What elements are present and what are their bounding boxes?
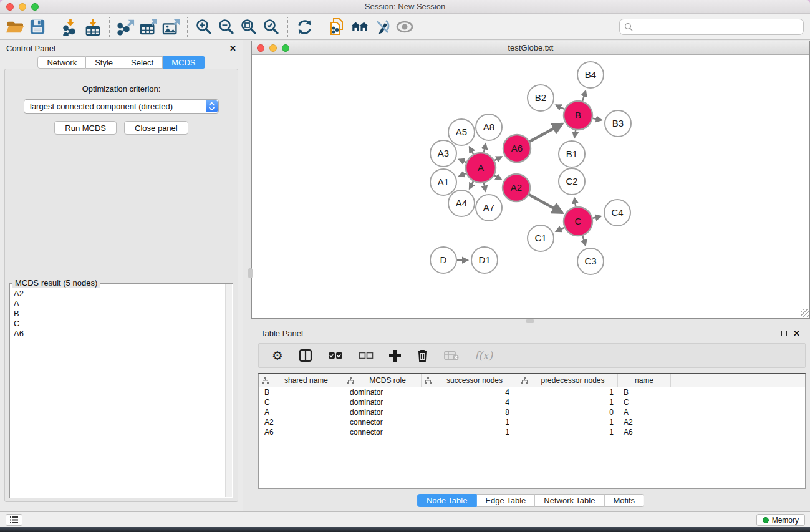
search-input[interactable] — [619, 19, 804, 35]
graph-node-A6[interactable]: A6 — [503, 135, 531, 162]
network-from-selection-button[interactable] — [326, 17, 349, 37]
graph-node-A[interactable]: A — [466, 153, 496, 183]
graph-edge[interactable] — [592, 216, 600, 218]
table-cell[interactable]: connector — [344, 428, 422, 437]
result-scrollbar[interactable] — [225, 284, 232, 497]
graph-edge[interactable] — [484, 183, 486, 191]
graph-node-D1[interactable]: D1 — [471, 247, 498, 273]
tab-mcds[interactable]: MCDS — [163, 56, 205, 69]
table-cell[interactable]: 1 — [518, 388, 618, 397]
tab-style[interactable]: Style — [86, 56, 122, 69]
horizontal-scrollbar-thumb[interactable] — [526, 319, 534, 323]
graph-node-C[interactable]: C — [564, 207, 592, 236]
mcds-result-item[interactable]: C — [14, 319, 225, 329]
graph-node-A5[interactable]: A5 — [448, 119, 475, 145]
select-all-button[interactable] — [328, 352, 343, 359]
table-cell[interactable]: dominator — [344, 388, 422, 397]
save-session-button[interactable] — [26, 17, 49, 37]
table-cell[interactable]: 1 — [518, 428, 618, 437]
tab-motifs[interactable]: Motifs — [604, 494, 644, 507]
close-panel-action-button[interactable]: Close panel — [124, 121, 188, 135]
delete-table-button[interactable] — [444, 351, 459, 360]
graph-node-B4[interactable]: B4 — [577, 62, 604, 88]
run-mcds-button[interactable]: Run MCDS — [54, 121, 117, 135]
delete-column-button[interactable] — [417, 349, 428, 362]
graph-node-B1[interactable]: B1 — [559, 141, 585, 167]
table-row[interactable]: Adominator80A — [259, 407, 805, 417]
table-cell[interactable]: dominator — [344, 398, 422, 407]
graph-node-D[interactable]: D — [430, 247, 456, 273]
graph-node-B2[interactable]: B2 — [528, 85, 554, 111]
graph-node-B[interactable]: B — [564, 101, 592, 130]
open-session-button[interactable] — [4, 17, 26, 37]
table-cell[interactable]: 4 — [422, 398, 518, 407]
graph-edge[interactable] — [574, 130, 576, 138]
column-header-predecessor-nodes[interactable]: predecessor nodes — [518, 374, 618, 387]
show-columns-button[interactable] — [299, 349, 312, 362]
table-cell[interactable]: B — [618, 388, 671, 397]
column-header-name[interactable]: name — [618, 374, 671, 387]
graph-node-A1[interactable]: A1 — [430, 169, 456, 195]
table-cell[interactable]: 4 — [422, 388, 518, 397]
criterion-dropdown[interactable]: largest connected component (directed) — [24, 99, 219, 114]
graph-edge[interactable] — [459, 173, 466, 176]
table-cell[interactable]: 1 — [518, 418, 618, 427]
import-table-button[interactable] — [82, 17, 104, 37]
graph-node-C4[interactable]: C4 — [604, 200, 630, 226]
graph-edge[interactable] — [582, 236, 586, 245]
table-cell[interactable]: 0 — [518, 408, 618, 417]
memory-button[interactable]: Memory — [756, 514, 805, 526]
table-cell[interactable]: 1 — [422, 418, 518, 427]
graph-edge[interactable] — [459, 160, 466, 162]
table-cell[interactable]: A — [259, 408, 344, 417]
show-hide-button[interactable] — [393, 17, 416, 37]
graph-edge[interactable] — [470, 147, 473, 154]
graph-edge[interactable] — [593, 118, 602, 120]
table-cell[interactable]: connector — [344, 418, 422, 427]
tab-select[interactable]: Select — [122, 56, 163, 69]
table-cell[interactable]: A2 — [259, 418, 344, 427]
graph-edge[interactable] — [556, 105, 564, 109]
network-home-button[interactable] — [349, 17, 371, 37]
deselect-all-button[interactable] — [359, 352, 374, 359]
table-row[interactable]: A2connector11A2 — [259, 417, 805, 427]
toggle-annotations-button[interactable] — [371, 17, 393, 37]
table-cell[interactable]: 8 — [422, 408, 518, 417]
export-network-button[interactable] — [115, 17, 137, 37]
task-history-button[interactable] — [6, 514, 22, 526]
tab-network-table[interactable]: Network Table — [535, 494, 604, 507]
graph-edge[interactable] — [529, 124, 562, 142]
graph-node-B3[interactable]: B3 — [605, 110, 631, 137]
graph-node-C3[interactable]: C3 — [577, 248, 604, 274]
table-cell[interactable]: 1 — [518, 398, 618, 407]
tab-edge-table[interactable]: Edge Table — [476, 494, 535, 507]
graph-edge[interactable] — [494, 175, 501, 179]
network-canvas[interactable]: AA1A2A3A4A5A6A7A8BB1B2B3B4CC1C2C3C4DD1 — [252, 55, 809, 318]
create-column-button[interactable] — [389, 350, 401, 362]
graph-edge[interactable] — [582, 91, 586, 101]
refresh-network-button[interactable] — [293, 17, 316, 37]
graph-edge[interactable] — [470, 181, 473, 188]
import-network-button[interactable] — [59, 17, 82, 37]
function-builder-button[interactable]: f(x) — [475, 349, 493, 362]
zoom-out-button[interactable] — [215, 17, 238, 37]
graph-node-A8[interactable]: A8 — [476, 114, 502, 140]
column-header-mcds-role[interactable]: MCDS role — [344, 374, 422, 387]
mcds-result-item[interactable]: A6 — [14, 329, 225, 339]
window-resize-grip[interactable] — [801, 309, 809, 317]
table-cell[interactable]: A2 — [618, 418, 671, 427]
graph-edge[interactable] — [494, 157, 501, 160]
tab-node-table[interactable]: Node Table — [417, 494, 477, 507]
graph-node-A2[interactable]: A2 — [503, 174, 530, 201]
graph-node-C1[interactable]: C1 — [528, 225, 554, 251]
graph-node-C2[interactable]: C2 — [559, 168, 585, 195]
graph-edge[interactable] — [556, 228, 564, 231]
column-header-successor-nodes[interactable]: successor nodes — [422, 374, 518, 387]
table-row[interactable]: Bdominator41B — [259, 387, 805, 397]
vertical-scrollbar-thumb[interactable] — [248, 268, 253, 278]
graph-node-A4[interactable]: A4 — [448, 190, 475, 216]
graph-node-A3[interactable]: A3 — [430, 140, 456, 167]
table-cell[interactable]: C — [618, 398, 671, 407]
table-cell[interactable]: 1 — [422, 428, 518, 437]
tab-network[interactable]: Network — [37, 56, 86, 69]
